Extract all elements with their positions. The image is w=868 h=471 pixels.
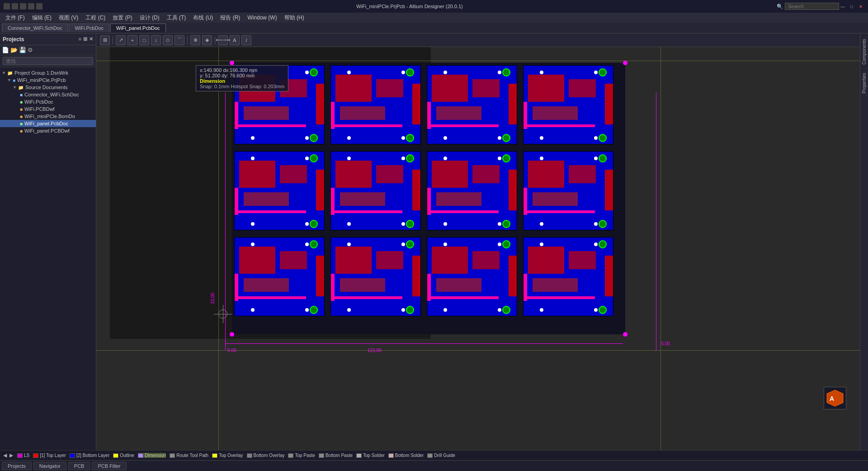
menu-item-v[interactable]: 视图 (V) <box>55 13 82 23</box>
svg-point-153 <box>599 241 606 248</box>
layer-color-box <box>388 453 394 458</box>
svg-point-84 <box>443 157 447 160</box>
bottom-tab-projects[interactable]: Projects <box>2 462 32 470</box>
svg-rect-147 <box>524 274 527 301</box>
layer-prev-button[interactable]: ◀ <box>2 452 8 458</box>
pcb-cell-r3c2 <box>330 237 421 316</box>
bottom-tab-navigator[interactable]: Navigator <box>33 462 66 470</box>
layer-item-bottomsolder[interactable]: Bottom Solder <box>388 453 424 458</box>
text-button[interactable]: A <box>230 35 240 45</box>
move-button[interactable]: ↕ <box>151 35 161 45</box>
svg-point-71 <box>347 157 351 160</box>
comp-button[interactable]: ◈ <box>202 35 212 45</box>
menu-item-c[interactable]: 工程 (C) <box>82 13 109 23</box>
tree-search-input[interactable] <box>3 57 93 65</box>
titlebar: WiFi_miniPCle.PrjPcb - Altium Designer (… <box>0 0 868 13</box>
tab-wifipcbdoc[interactable]: WiFi.PcbDoc <box>69 24 109 32</box>
bottom-tab-pcb filter[interactable]: PCB Filter <box>92 462 126 470</box>
via-button[interactable]: ⊕ <box>190 35 200 45</box>
svg-rect-31 <box>431 124 499 127</box>
tabbar: Connector_WiFi.SchDocWiFi.PcbDocWiFi_pan… <box>0 23 868 33</box>
tree-file-bom[interactable]: ■ WiFi_miniPCle.BomDo <box>0 113 96 120</box>
close-button[interactable]: ✕ <box>857 3 864 10</box>
layer-item-drillguide[interactable]: Drill Guide <box>427 453 455 458</box>
pcb-svg-r3c4 <box>524 238 613 316</box>
layer-color-box <box>212 453 217 458</box>
tree-file-connector[interactable]: ■ Connector_WiFi.SchDoc <box>0 91 96 98</box>
project-label: WiFi_miniPCle.PrjPcb <box>17 77 66 83</box>
menu-item-h[interactable]: 帮助 (H) <box>281 13 308 23</box>
menu-item-u[interactable]: 布线 (U) <box>189 13 217 23</box>
search-input[interactable] <box>785 3 839 10</box>
panel-open-button[interactable]: 📂 <box>10 47 18 53</box>
layer-color-box <box>113 453 118 458</box>
layerbar: ◀ ▶ LS[1] Top Layer[2] Bottom LayerOutli… <box>0 450 868 460</box>
layer-nav: ◀ ▶ <box>2 452 14 458</box>
layer-label: Route Tool Path <box>176 453 208 458</box>
layer-item-toppaste[interactable]: Top Paste <box>288 453 315 458</box>
pen-button[interactable]: / <box>241 35 251 45</box>
svg-point-100 <box>594 222 598 226</box>
tree-project[interactable]: ▼ ■ WiFi_miniPCle.PrjPcb <box>0 76 96 84</box>
menu-item-d[interactable]: 设计 (D) <box>136 13 163 23</box>
svg-point-73 <box>347 222 351 226</box>
project-group-label: Project Group 1.DsnWrk <box>14 70 68 76</box>
svg-point-99 <box>540 222 543 226</box>
panel-options-button[interactable]: ⚙ <box>28 47 33 53</box>
panel-new-button[interactable]: 📄 <box>2 47 9 53</box>
tree-file-wifi-pcb[interactable]: ■ WiFi.PcbDoc <box>0 98 96 105</box>
layer-item-1toplayer[interactable]: [1] Top Layer <box>33 453 66 458</box>
layer-next-button[interactable]: ▶ <box>8 452 14 458</box>
panel-menu-button[interactable]: ≡ <box>79 36 81 42</box>
svg-point-101 <box>599 155 606 162</box>
bottom-tab-pcb[interactable]: PCB <box>68 462 90 470</box>
panel-pin-button[interactable]: ⊞ <box>83 36 87 42</box>
rect-button[interactable]: □ <box>139 35 149 45</box>
svg-point-98 <box>594 157 598 160</box>
layer-item-bottomoverlay[interactable]: Bottom Overlay <box>247 453 285 458</box>
menu-item-windoww[interactable]: Window (W) <box>244 14 280 22</box>
dim-button[interactable]: ⟵⟶ <box>218 35 228 45</box>
tab-connectorwifischdoc[interactable]: Connector_WiFi.SchDoc <box>2 24 68 32</box>
pcb-canvas[interactable]: 10.00 5.00 123.00 5.00 A <box>96 33 860 450</box>
tree-file-panel-dwf[interactable]: ■ WiFi_panel.PCBDwf <box>0 127 96 134</box>
menu-item-r[interactable]: 报告 (R) <box>217 13 244 23</box>
filter-button[interactable]: ⊞ <box>100 35 110 45</box>
tree-file-panel-pcb[interactable]: ■ WiFi_panel.PcbDoc <box>0 120 96 127</box>
layer-item-topsolder[interactable]: Top Solder <box>356 453 385 458</box>
svg-point-21 <box>347 136 351 140</box>
pcb-svg-r3c2 <box>331 238 421 316</box>
right-tab-properties[interactable]: Properties <box>861 69 868 97</box>
svg-point-128 <box>406 306 414 314</box>
panel-save-button[interactable]: 💾 <box>19 47 26 53</box>
layer-item-topoverlay[interactable]: Top Overlay <box>212 453 243 458</box>
layer-item-ls[interactable]: LS <box>17 453 29 458</box>
tree-source-docs[interactable]: ▼ 📁 Source Documents <box>0 84 96 91</box>
tree-project-group[interactable]: ▼ 📁 Project Group 1.DsnWrk <box>0 69 96 76</box>
menu-item-t[interactable]: 工具 (T) <box>163 13 190 23</box>
add-button[interactable]: + <box>127 35 137 45</box>
tree-file-wifi-dwf[interactable]: ■ WiFi.PCBDwf <box>0 105 96 113</box>
arc-button[interactable]: ⌒ <box>175 35 184 45</box>
route-button[interactable]: ↗ <box>116 35 126 45</box>
window-controls: — □ ✕ <box>839 3 864 10</box>
layer-item-dimension[interactable]: Dimension <box>138 453 166 458</box>
tab-wifipanelpcbdoc[interactable]: WiFi_panel.PcbDoc <box>110 24 166 32</box>
panel-close-button[interactable]: ✕ <box>89 36 93 42</box>
svg-rect-109 <box>238 296 306 299</box>
right-tab-components[interactable]: Components <box>861 35 868 68</box>
layer-item-outline[interactable]: Outline <box>113 453 134 458</box>
shape-button[interactable]: ◇ <box>163 35 173 45</box>
maximize-button[interactable]: □ <box>848 3 855 10</box>
layer-label: Top Overlay <box>219 453 243 458</box>
file-wifi-pcb-label: WiFi.PcbDoc <box>24 99 53 105</box>
menu-item-f[interactable]: 文件 (F) <box>2 13 28 23</box>
svg-rect-43 <box>524 102 527 129</box>
layer-item-bottompaste[interactable]: Bottom Paste <box>319 453 353 458</box>
layer-item-routetoolpath[interactable]: Route Tool Path <box>170 453 208 458</box>
layer-item-2bottomlayer[interactable]: [2] Bottom Layer <box>70 453 109 458</box>
minimize-button[interactable]: — <box>839 3 846 10</box>
menu-item-e[interactable]: 编辑 (E) <box>28 13 55 23</box>
layer-color-box <box>70 453 75 458</box>
menu-item-p[interactable]: 放置 (P) <box>109 13 136 23</box>
